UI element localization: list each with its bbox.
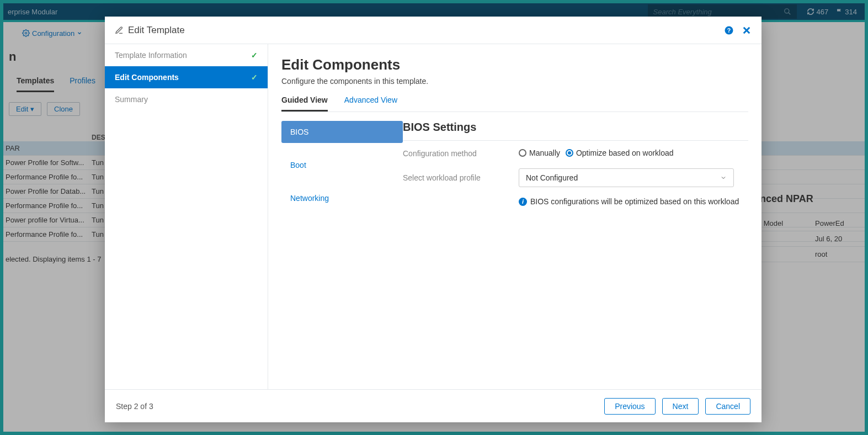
view-tabs: Guided View Advanced View xyxy=(281,96,748,112)
edit-template-modal: Edit Template ? Template Information ✓ E… xyxy=(105,17,762,422)
radio-icon xyxy=(519,149,526,157)
workload-label: Select workload profile xyxy=(403,173,519,182)
radio-manually[interactable]: Manually xyxy=(519,148,560,157)
modal-body: Template Information ✓ Edit Components ✓… xyxy=(105,44,762,389)
tab-advanced-view[interactable]: Advanced View xyxy=(344,96,397,112)
bios-heading: BIOS Settings xyxy=(403,121,748,141)
workload-row: Select workload profile Not Configured xyxy=(403,168,748,187)
bios-settings-panel: BIOS Settings Configuration method Manua… xyxy=(403,121,748,220)
wizard-step-edit-components[interactable]: Edit Components ✓ xyxy=(105,66,268,88)
modal-content: Edit Components Configure the components… xyxy=(268,44,762,389)
config-method-row: Configuration method Manually Optimize b… xyxy=(403,148,748,158)
step-indicator: Step 2 of 3 xyxy=(116,402,153,411)
sidenav-boot[interactable]: Boot xyxy=(281,154,403,176)
radio-icon xyxy=(566,149,573,157)
inner-layout: BIOS Boot Networking BIOS Settings Confi… xyxy=(281,121,748,220)
component-sidenav: BIOS Boot Networking xyxy=(281,121,403,220)
info-text: BIOS configurations will be optimized ba… xyxy=(530,197,739,206)
next-button[interactable]: Next xyxy=(662,398,699,415)
radio-optimize[interactable]: Optimize based on workload xyxy=(566,148,674,157)
wizard-steps: Template Information ✓ Edit Components ✓… xyxy=(105,44,268,389)
workload-select[interactable]: Not Configured xyxy=(519,168,734,187)
help-icon[interactable]: ? xyxy=(724,25,734,35)
modal-header: Edit Template ? xyxy=(105,17,762,44)
content-heading: Edit Components xyxy=(281,56,748,73)
modal-title: Edit Template xyxy=(128,25,185,36)
modal-footer: Step 2 of 3 Previous Next Cancel xyxy=(105,389,762,422)
check-icon: ✓ xyxy=(251,51,258,60)
sidenav-bios[interactable]: BIOS xyxy=(281,121,403,143)
check-icon: ✓ xyxy=(251,73,258,82)
config-method-label: Configuration method xyxy=(403,149,519,158)
previous-button[interactable]: Previous xyxy=(604,398,655,415)
workload-value: Not Configured xyxy=(526,173,578,182)
bios-info: i BIOS configurations will be optimized … xyxy=(519,197,748,206)
cancel-button[interactable]: Cancel xyxy=(705,398,750,415)
chevron-down-icon xyxy=(720,174,727,181)
wizard-step-summary[interactable]: Summary xyxy=(105,88,268,110)
wizard-step-template-information[interactable]: Template Information ✓ xyxy=(105,44,268,66)
svg-text:?: ? xyxy=(727,26,731,33)
sidenav-networking[interactable]: Networking xyxy=(281,187,403,209)
info-icon: i xyxy=(519,198,527,206)
close-icon[interactable] xyxy=(742,25,752,35)
content-sub: Configure the components in this templat… xyxy=(281,77,748,86)
tab-guided-view[interactable]: Guided View xyxy=(281,96,328,112)
edit-icon xyxy=(115,26,124,35)
